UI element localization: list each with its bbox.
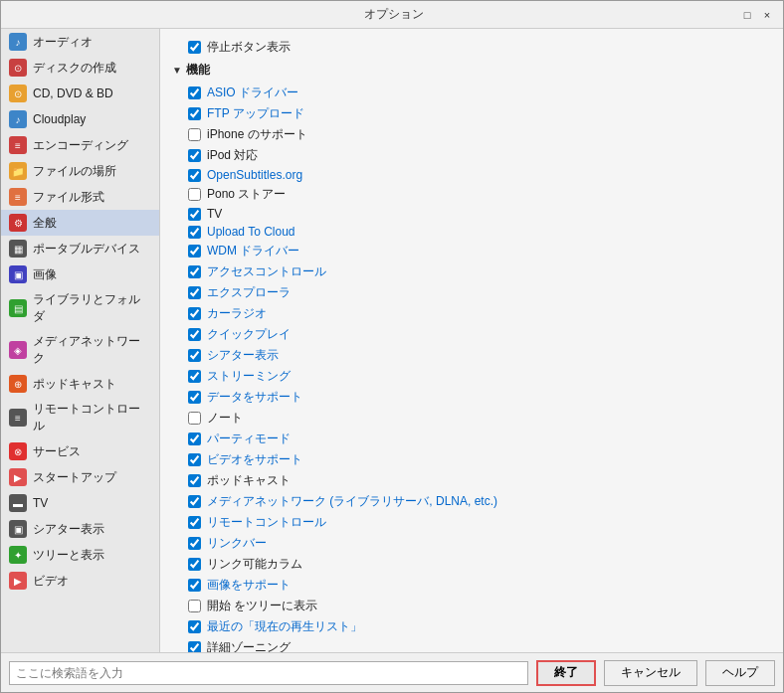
checkbox-input-videosupport[interactable] bbox=[188, 453, 201, 466]
cloudplay-icon: ♪ bbox=[9, 110, 27, 128]
sidebar-item-podcast[interactable]: ⊕ポッドキャスト bbox=[1, 371, 159, 397]
checkbox-input-pono[interactable] bbox=[188, 188, 201, 201]
sidebar-item-fileformat[interactable]: ≡ファイル形式 bbox=[1, 184, 159, 210]
checkbox-input-theater[interactable] bbox=[188, 349, 201, 362]
checkbox-imagesupport: 画像をサポート bbox=[172, 575, 771, 596]
sidebar-item-image[interactable]: ▣画像 bbox=[1, 261, 159, 287]
checkbox-input-linkcolumn[interactable] bbox=[188, 558, 201, 571]
checkbox-datasupport: データをサポート bbox=[172, 387, 771, 408]
checkbox-input-recentlist[interactable] bbox=[188, 620, 201, 633]
checkbox-note: ノート bbox=[172, 408, 771, 429]
checkbox-explorer: エクスプローラ bbox=[172, 282, 771, 303]
close-button[interactable]: × bbox=[759, 7, 775, 23]
sidebar-item-cloudplay[interactable]: ♪Cloudplay bbox=[1, 106, 159, 132]
checkbox-ipod: iPod 対応 bbox=[172, 145, 771, 166]
checkbox-input-remotecontrol[interactable] bbox=[188, 516, 201, 529]
sidebar-item-theater[interactable]: ▣シアター表示 bbox=[1, 516, 159, 542]
checkbox-input-treedisplay[interactable] bbox=[188, 600, 201, 612]
checkbox-input-karadio[interactable] bbox=[188, 307, 201, 320]
sidebar-item-portable[interactable]: ▦ポータブルデバイス bbox=[1, 236, 159, 261]
checkbox-label-party: パーティモード bbox=[207, 431, 291, 447]
checkbox-input-linkbar[interactable] bbox=[188, 537, 201, 550]
checkbox-input-iphone[interactable] bbox=[188, 128, 201, 141]
minimize-button[interactable]: □ bbox=[739, 7, 755, 23]
checkbox-label-treedisplay: 開始 をツリーに表示 bbox=[207, 598, 317, 614]
checkbox-input-opensubtitles[interactable] bbox=[188, 169, 201, 182]
checkbox-label-remotecontrol: リモートコントロール bbox=[207, 514, 326, 531]
sidebar-item-startup[interactable]: ▶スタートアップ bbox=[1, 464, 159, 490]
checkbox-label-access: アクセスコントロール bbox=[207, 263, 326, 280]
section-label: 機能 bbox=[186, 62, 210, 79]
checkbox-input-streaming[interactable] bbox=[188, 370, 201, 383]
checkbox-iphone: iPhone のサポート bbox=[172, 124, 771, 145]
sidebar-item-tree[interactable]: ✦ツリーと表示 bbox=[1, 542, 159, 568]
checkbox-input-datasupport[interactable] bbox=[188, 391, 201, 404]
checkbox-input-medianetwork[interactable] bbox=[188, 495, 201, 508]
checkbox-videosupport: ビデオをサポート bbox=[172, 449, 771, 470]
checkbox-input-explorer[interactable] bbox=[188, 286, 201, 299]
sidebar-item-cddvd[interactable]: ⊙CD, DVD & BD bbox=[1, 81, 159, 106]
checkbox-input-access[interactable] bbox=[188, 265, 201, 278]
checkbox-label-quickplay: クイックプレイ bbox=[207, 326, 291, 343]
checkbox-label-asio: ASIO ドライバー bbox=[207, 85, 298, 101]
checkbox-label-iphone: iPhone のサポート bbox=[207, 126, 307, 143]
sidebar-item-disc[interactable]: ⊙ディスクの作成 bbox=[1, 55, 159, 81]
sidebar-label-disc: ディスクの作成 bbox=[33, 60, 116, 77]
checkbox-input-quickplay[interactable] bbox=[188, 328, 201, 341]
checkbox-label-theater: シアター表示 bbox=[207, 347, 279, 364]
sidebar-label-service: サービス bbox=[33, 443, 81, 460]
checkbox-input-ipod[interactable] bbox=[188, 149, 201, 162]
checkbox-input-note[interactable] bbox=[188, 412, 201, 425]
sidebar-item-remote[interactable]: ≡リモートコントロール bbox=[1, 397, 159, 438]
content-area: 停止ボタン表示▼機能ASIO ドライバーFTP アップロードiPhone のサポ… bbox=[160, 29, 783, 652]
checkbox-input-party[interactable] bbox=[188, 433, 201, 445]
checkbox-input-ftp[interactable] bbox=[188, 107, 201, 120]
checkbox-linkbar: リンクバー bbox=[172, 533, 771, 554]
sidebar-item-general[interactable]: ⚙全般 bbox=[1, 210, 159, 236]
checkbox-input-uploadcloud[interactable] bbox=[188, 226, 201, 239]
checkbox-label-recentlist: 最近の「現在の再生リスト」 bbox=[207, 618, 362, 635]
section-header-features: ▼機能 bbox=[172, 62, 771, 79]
checkbox-remotecontrol: リモートコントロール bbox=[172, 512, 771, 533]
sidebar-item-library[interactable]: ▤ライブラリとフォルダ bbox=[1, 287, 159, 329]
checkbox-input-imagesupport[interactable] bbox=[188, 579, 201, 592]
search-input[interactable] bbox=[9, 661, 528, 685]
sidebar-item-encoding[interactable]: ≡エンコーディング bbox=[1, 132, 159, 158]
checkbox-label-ipod: iPod 対応 bbox=[207, 147, 258, 164]
checkbox-medianetwork: メディアネットワーク (ライブラリサーバ, DLNA, etc.) bbox=[172, 491, 771, 512]
checkbox-label-wdm: WDM ドライバー bbox=[207, 243, 299, 260]
sidebar-item-audio[interactable]: ♪オーディオ bbox=[1, 29, 159, 55]
theater-icon: ▣ bbox=[9, 520, 27, 538]
checkbox-input-stop-btn[interactable] bbox=[188, 41, 201, 54]
cddvd-icon: ⊙ bbox=[9, 85, 27, 102]
checkbox-input-tv[interactable] bbox=[188, 208, 201, 221]
checkbox-label-imagesupport: 画像をサポート bbox=[207, 577, 291, 594]
options-window: オプション □ × ♪オーディオ⊙ディスクの作成⊙CD, DVD & BD♪Cl… bbox=[0, 0, 784, 693]
checkbox-label-linkcolumn: リンク可能カラム bbox=[207, 556, 302, 573]
section-arrow: ▼ bbox=[172, 65, 182, 76]
help-button[interactable]: ヘルプ bbox=[705, 660, 775, 686]
checkbox-access: アクセスコントロール bbox=[172, 261, 771, 282]
checkbox-label-detailzoning: 詳細ゾーニング bbox=[207, 639, 291, 652]
checkbox-input-asio[interactable] bbox=[188, 87, 201, 99]
sidebar-label-tree: ツリーと表示 bbox=[33, 547, 104, 564]
checkbox-label-karadio: カーラジオ bbox=[207, 305, 267, 322]
portable-icon: ▦ bbox=[9, 240, 27, 258]
checkbox-input-detailzoning[interactable] bbox=[188, 641, 201, 652]
sidebar-item-medianet[interactable]: ◈メディアネットワーク bbox=[1, 329, 159, 371]
sidebar-item-video[interactable]: ▶ビデオ bbox=[1, 568, 159, 594]
sidebar-item-service[interactable]: ⊗サービス bbox=[1, 438, 159, 464]
sidebar-label-fileformat: ファイル形式 bbox=[33, 189, 104, 206]
window-title: オプション bbox=[49, 6, 739, 23]
service-icon: ⊗ bbox=[9, 442, 27, 460]
checkbox-input-wdm[interactable] bbox=[188, 245, 201, 258]
checkbox-stop-btn: 停止ボタン表示 bbox=[172, 37, 771, 58]
sidebar-item-tv[interactable]: ▬TV bbox=[1, 490, 159, 516]
checkbox-label-explorer: エクスプローラ bbox=[207, 284, 291, 301]
checkbox-label-uploadcloud: Upload To Cloud bbox=[207, 225, 295, 239]
cancel-button[interactable]: キャンセル bbox=[604, 660, 697, 686]
finish-button[interactable]: 終了 bbox=[536, 660, 596, 686]
medianet-icon: ◈ bbox=[9, 341, 27, 359]
sidebar-item-filelocation[interactable]: 📁ファイルの場所 bbox=[1, 158, 159, 184]
checkbox-input-podcast[interactable] bbox=[188, 474, 201, 487]
